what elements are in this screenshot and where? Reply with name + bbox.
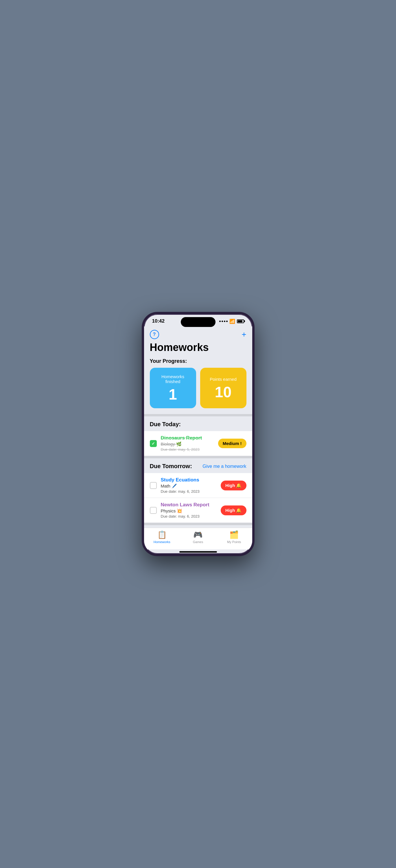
home-indicator xyxy=(179,551,217,553)
ecuations-due: Due date: may. 6, 2023 xyxy=(161,489,217,494)
mypoints-tab-icon: 🗂️ xyxy=(229,530,239,539)
due-today-heading: Due Today: xyxy=(150,421,181,428)
dinosaurs-info: Dinosaurs Report Biology 🌿 Due date: may… xyxy=(161,435,214,452)
help-button[interactable]: ? xyxy=(150,330,159,339)
homeworks-tab-icon: 📋 xyxy=(157,530,167,539)
points-earned-value: 10 xyxy=(215,384,232,400)
help-label: ? xyxy=(153,332,156,337)
newton-subject: Physics 💥 xyxy=(161,508,217,514)
homework-item-ecuations[interactable]: Study Ecuations Math 🖊️ Due date: may. 6… xyxy=(144,473,252,498)
newton-priority-badge: High 🔔 xyxy=(221,505,246,515)
homework-item-newton[interactable]: Newton Laws Report Physics 💥 Due date: m… xyxy=(144,498,252,523)
add-button[interactable]: + xyxy=(241,331,246,339)
wifi-icon: 📶 xyxy=(229,318,235,324)
checkbox-ecuations[interactable] xyxy=(150,482,157,489)
battery-icon xyxy=(237,319,244,323)
phone-frame: 10:42 📶 ? + Homeworks Your Progress: xyxy=(142,312,255,556)
give-homework-link[interactable]: Give me a homework xyxy=(202,464,246,469)
divider-1 xyxy=(144,414,252,416)
dinosaurs-title: Dinosaurs Report xyxy=(161,435,214,441)
dynamic-island xyxy=(181,317,216,327)
homeworks-finished-value: 1 xyxy=(169,387,177,402)
homeworks-tab-label: Homeworks xyxy=(154,540,170,544)
signal-icon xyxy=(219,320,228,322)
checkbox-newton[interactable] xyxy=(150,507,157,514)
checkbox-dinosaurs[interactable]: ✓ xyxy=(150,440,157,447)
checkmark-icon: ✓ xyxy=(152,441,155,446)
homeworks-finished-card: Homeworks finished 1 xyxy=(150,368,196,408)
homework-item-dinosaurs[interactable]: ✓ Dinosaurs Report Biology 🌿 Due date: m… xyxy=(144,431,252,456)
divider-3 xyxy=(144,523,252,525)
screen-content[interactable]: ? + Homeworks Your Progress: Homeworks f… xyxy=(144,327,252,528)
divider-2 xyxy=(144,456,252,458)
status-time: 10:42 xyxy=(152,318,165,324)
dinosaurs-priority-badge: Medium ! xyxy=(218,439,246,448)
games-tab-icon: 🎮 xyxy=(193,530,202,539)
games-tab-label: Games xyxy=(193,540,203,544)
status-icons: 📶 xyxy=(219,318,244,324)
ecuations-title: Study Ecuations xyxy=(161,477,217,483)
tab-mypoints[interactable]: 🗂️ My Points xyxy=(223,530,245,544)
dinosaurs-subject: Biology 🌿 xyxy=(161,441,214,447)
tab-games[interactable]: 🎮 Games xyxy=(186,530,209,544)
newton-due: Due date: may. 6, 2023 xyxy=(161,514,217,519)
newton-title: Newton Laws Report xyxy=(161,502,217,508)
due-tomorrow-heading: Due Tomorrow: xyxy=(150,463,192,470)
dinosaurs-due: Due date: may. 5, 2023 xyxy=(161,447,214,452)
ecuations-subject: Math 🖊️ xyxy=(161,484,217,489)
progress-section-label: Your Progress: xyxy=(144,358,252,368)
points-earned-label: Points earned xyxy=(210,377,237,382)
tab-homeworks[interactable]: 📋 Homeworks xyxy=(151,530,173,544)
points-earned-card: Points earned 10 xyxy=(200,368,246,408)
due-domingo-section: Due this domingo xyxy=(144,525,252,528)
newton-info: Newton Laws Report Physics 💥 Due date: m… xyxy=(161,502,217,519)
progress-cards: Homeworks finished 1 Points earned 10 xyxy=(144,368,252,414)
tab-bar: 📋 Homeworks 🎮 Games 🗂️ My Points xyxy=(144,528,252,550)
mypoints-tab-label: My Points xyxy=(227,540,241,544)
ecuations-priority-badge: High 🔔 xyxy=(221,480,246,490)
due-tomorrow-heading-row: Due Tomorrow: Give me a homework xyxy=(144,458,252,473)
due-today-heading-row: Due Today: xyxy=(144,416,252,431)
page-title: Homeworks xyxy=(144,341,252,358)
homeworks-finished-label: Homeworks finished xyxy=(155,374,191,384)
ecuations-info: Study Ecuations Math 🖊️ Due date: may. 6… xyxy=(161,477,217,494)
header-row: ? + xyxy=(144,327,252,341)
